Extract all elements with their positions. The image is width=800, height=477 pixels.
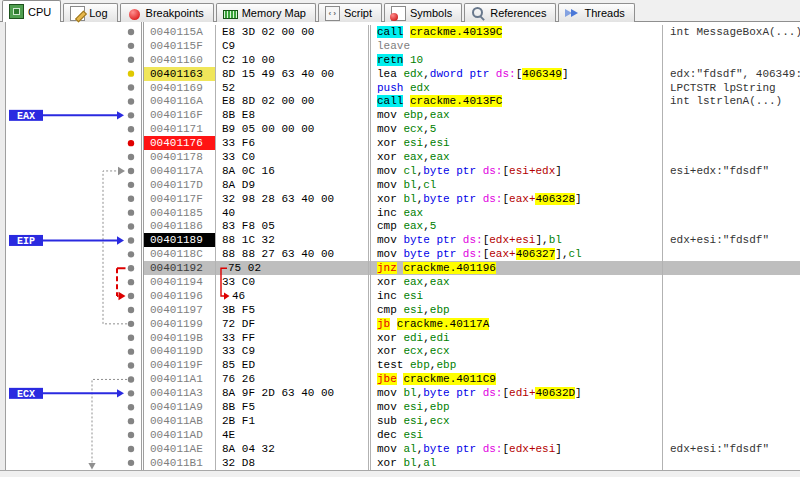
breakpoint-dot[interactable] — [128, 168, 134, 174]
breakpoint-dot[interactable] — [128, 307, 134, 313]
breakpoint-dot[interactable] — [128, 376, 134, 382]
breakpoint-dot[interactable] — [128, 418, 134, 424]
breakpoint-dot[interactable] — [128, 335, 134, 341]
breakpoint-dot[interactable] — [128, 154, 134, 160]
bytes-cell: 8A 9F 2D 63 40 00 — [216, 386, 369, 400]
address-cell: 0040117A — [144, 164, 216, 178]
breakpoint-dot[interactable] — [128, 43, 134, 49]
breakpoint-dot[interactable] — [128, 362, 134, 368]
disasm-row-00401189[interactable]: 0040118988 1C 32mov byte ptr ds:[edx+esi… — [144, 233, 800, 247]
breakpoint-dot[interactable] — [128, 460, 134, 466]
instruction-token — [397, 193, 404, 205]
instruction-token: , — [417, 387, 424, 399]
disasm-row-0040117A[interactable]: 0040117A8A 0C 16mov cl,byte ptr ds:[esi+… — [144, 164, 800, 178]
instruction-token: [ — [516, 68, 523, 80]
breakpoint-dot[interactable] — [128, 432, 134, 438]
log-icon — [70, 6, 85, 21]
instruction-cell: retn 10 — [370, 53, 662, 67]
disasm-row-004011A1[interactable]: 004011A176 26jbe crackme.4011C9 — [144, 372, 800, 386]
breakpoint-dot[interactable] — [128, 293, 134, 299]
disasm-row-0040115F[interactable]: 0040115FC9leave — [144, 39, 800, 53]
breakpoint-dot[interactable] — [128, 29, 134, 35]
disasm-row-0040116F[interactable]: 0040116F8B E8mov ebp,eax — [144, 108, 800, 122]
disasm-row-0040119F[interactable]: 0040119F85 EDtest ebp,ebp — [144, 358, 800, 372]
tab-cpu[interactable]: CPU — [2, 0, 61, 22]
disasm-row-00401194[interactable]: 0040119433 C0xor eax,eax — [144, 275, 800, 289]
tab-memory-map[interactable]: Memory Map — [216, 3, 316, 22]
breakpoint-dot[interactable] — [128, 404, 134, 410]
instruction-token: esi — [403, 401, 423, 413]
instruction-cell: mov cl,byte ptr ds:[esi+edx] — [370, 164, 662, 178]
tab-label: Log — [89, 7, 107, 19]
disasm-row-00401171[interactable]: 00401171B9 05 00 00 00mov ecx,5 — [144, 122, 800, 136]
instruction-token — [397, 179, 404, 191]
instruction-token: bl — [403, 457, 416, 469]
disasm-row-0040117D[interactable]: 0040117D8A D9mov bl,cl — [144, 178, 800, 192]
disasm-row-0040116A[interactable]: 0040116AE8 8D 02 00 00call crackme.4013F… — [144, 94, 800, 108]
instruction-token: ebp — [430, 304, 450, 316]
tab-script[interactable]: Script — [318, 3, 382, 22]
tab-threads[interactable]: Threads — [558, 3, 634, 22]
instruction-token: bl — [403, 193, 416, 205]
instruction-cell: xor bl,al — [370, 456, 662, 470]
disasm-row-00401178[interactable]: 0040117833 C0xor eax,eax — [144, 150, 800, 164]
breakpoint-dot[interactable] — [128, 279, 134, 285]
breakpoint-dot[interactable] — [128, 237, 134, 243]
disasm-row-00401160[interactable]: 00401160C2 10 00retn 10 — [144, 53, 800, 67]
instruction-token: mov — [377, 248, 397, 260]
disasm-row-004011B1[interactable]: 004011B132 D8xor bl,al — [144, 456, 800, 470]
disasm-row-00401197[interactable]: 004011973B F5cmp esi,ebp — [144, 303, 800, 317]
breakpoint-dot[interactable] — [128, 84, 134, 90]
disasm-row-00401169[interactable]: 0040116952push edxLPCTSTR lpString — [144, 81, 800, 95]
disasm-row-00401176[interactable]: 0040117633 F6xor esi,esi — [144, 136, 800, 150]
disasm-row-0040118C[interactable]: 0040118C88 88 27 63 40 00mov byte ptr ds… — [144, 247, 800, 261]
breakpoint-dot[interactable] — [128, 251, 134, 257]
breakpoint-dot[interactable] — [128, 348, 134, 354]
breakpoint-dot[interactable] — [128, 70, 134, 76]
breakpoint-dot[interactable] — [128, 182, 134, 188]
bytes-cell: 8A 04 32 — [216, 442, 369, 456]
instruction-token: esi — [403, 429, 423, 441]
instruction-token: mov — [377, 165, 397, 177]
comment-cell — [662, 386, 800, 400]
tab-symbols[interactable]: Symbols — [384, 3, 462, 22]
breakpoint-dot[interactable] — [128, 98, 134, 104]
breakpoint-dot[interactable] — [128, 112, 134, 118]
disasm-row-00401163[interactable]: 004011638D 15 49 63 40 00lea edx,dword p… — [144, 67, 800, 81]
disasm-row-004011AB[interactable]: 004011AB2B F1sub esi,ecx — [144, 414, 800, 428]
breakpoint-dot[interactable] — [128, 390, 134, 396]
disasm-row-0040115A[interactable]: 0040115AE8 3D 02 00 00call crackme.40139… — [144, 25, 800, 39]
disasm-row-0040117F[interactable]: 0040117F32 98 28 63 40 00xor bl,byte ptr… — [144, 192, 800, 206]
tab-references[interactable]: References — [464, 3, 556, 22]
tab-log[interactable]: Log — [63, 3, 117, 22]
disasm-row-004011A9[interactable]: 004011A98B F5mov esi,ebp — [144, 400, 800, 414]
breakpoint-dot[interactable] — [128, 321, 134, 327]
instruction-token: edx — [403, 68, 423, 80]
disasm-row-004011AD[interactable]: 004011AD4Edec esi — [144, 428, 800, 442]
disasm-row-00401196[interactable]: 0040119646inc esi — [144, 289, 800, 303]
breakpoint-dot[interactable] — [128, 209, 134, 215]
breakpoint-dot[interactable] — [128, 446, 134, 452]
disassembly-listing[interactable]: 0040115AE8 3D 02 00 00call crackme.40139… — [143, 22, 800, 470]
breakpoint-dot[interactable] — [128, 140, 134, 146]
instruction-token: [ — [483, 234, 490, 246]
disasm-row-0040119D[interactable]: 0040119D33 C9xor ecx,ecx — [144, 344, 800, 358]
breakpoint-dot[interactable] — [128, 265, 134, 271]
disasm-row-004011AE[interactable]: 004011AE8A 04 32mov al,byte ptr ds:[edx+… — [144, 442, 800, 456]
disasm-row-00401199[interactable]: 0040119972 DFjb crackme.40117A — [144, 317, 800, 331]
breakpoint-dot[interactable] — [128, 57, 134, 63]
instruction-cell: xor esi,esi — [370, 136, 662, 150]
breakpoint-dot[interactable] — [128, 196, 134, 202]
disasm-row-00401185[interactable]: 0040118540inc eax — [144, 206, 800, 220]
instruction-token: [ — [502, 443, 509, 455]
disasm-row-00401186[interactable]: 0040118683 F8 05cmp eax,5 — [144, 219, 800, 233]
instruction-token: push — [377, 82, 403, 94]
instruction-cell: push edx — [370, 81, 662, 95]
disasm-row-00401192[interactable]: 0040119275 02jnz crackme.401196 — [144, 261, 800, 275]
breakpoint-dot[interactable] — [128, 126, 134, 132]
disasm-row-004011A3[interactable]: 004011A38A 9F 2D 63 40 00mov bl,byte ptr… — [144, 386, 800, 400]
breakpoint-dot[interactable] — [128, 223, 134, 229]
tab-breakpoints[interactable]: Breakpoints — [120, 3, 214, 22]
disasm-row-0040119B[interactable]: 0040119B33 FFxor edi,edi — [144, 331, 800, 345]
instruction-token: esi+edx — [509, 165, 555, 177]
